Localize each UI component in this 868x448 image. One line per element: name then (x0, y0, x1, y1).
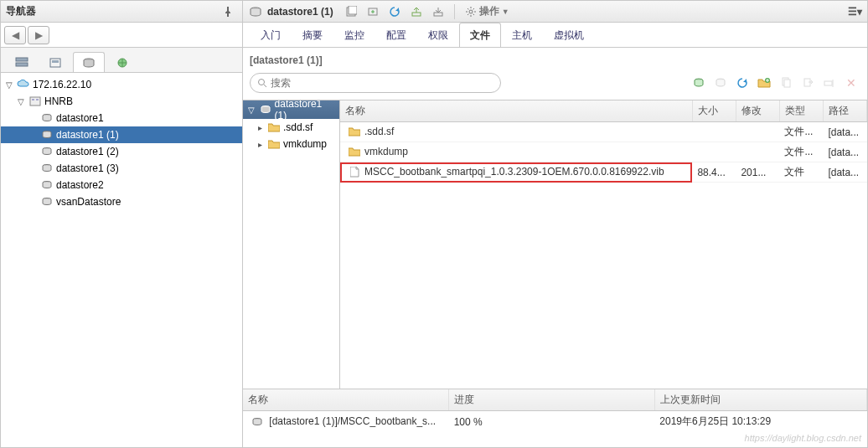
file-modified: 201... (736, 162, 779, 183)
new-window-icon[interactable] (342, 3, 360, 20)
folder-icon (267, 121, 281, 134)
svg-rect-29 (824, 81, 832, 85)
file-path: [data... (823, 162, 866, 183)
column-header[interactable]: 修改 (736, 100, 779, 122)
task-progress: 100 % (449, 411, 655, 433)
move-icon (798, 75, 817, 91)
tree-item-label: datastore1 (3) (56, 162, 119, 174)
column-header[interactable]: 路径 (823, 100, 866, 122)
tree-datastore-item[interactable]: datastore1 (3) (1, 160, 242, 177)
tree-datacenter-label: HNRB (44, 95, 73, 107)
navigator-header: 导航器 (1, 1, 242, 23)
expand-toggle-icon[interactable]: ▽ (4, 80, 14, 90)
svg-rect-27 (784, 80, 790, 87)
view-tab-vms[interactable] (39, 52, 71, 72)
file-browser: ▽ datastore1 (1) ▸.sdd.sf▸vmkdump 名称大小修改… (243, 100, 867, 389)
back-button[interactable]: ◀ (4, 26, 26, 44)
tree-item-label: datastore1 (1) (56, 129, 119, 141)
file-size (692, 122, 736, 142)
column-header[interactable]: 名称 (243, 389, 449, 411)
folder-tree-pane: ▽ datastore1 (1) ▸.sdd.sf▸vmkdump (243, 100, 340, 389)
search-box[interactable] (250, 73, 501, 93)
folder-icon (267, 137, 281, 151)
file-row[interactable]: .sdd.sf文件...[data... (340, 122, 867, 142)
view-tab-hosts[interactable] (6, 52, 38, 72)
task-row[interactable]: [datastore1 (1)]/MSCC_bootbank_s... 100 … (243, 411, 867, 433)
navigator-tree: ▽ 172.16.22.10 ▽ HNRB datastore1datastor… (1, 73, 242, 447)
folder-icon (348, 126, 361, 139)
search-toolbar-row: ✕ (243, 70, 867, 100)
copy-icon (777, 75, 795, 91)
content-tab[interactable]: 监控 (333, 23, 375, 47)
file-row[interactable]: MSCC_bootbank_smartpqi_1.0.3.2309-1OEM.6… (340, 162, 867, 183)
search-icon (257, 78, 267, 88)
actions-dropdown[interactable]: 操作 ▼ (462, 3, 513, 20)
tree-root[interactable]: ▽ 172.16.22.10 (1, 76, 242, 93)
folder-label: vmkdump (283, 138, 327, 150)
svg-rect-6 (30, 97, 40, 106)
folder-tree-item[interactable]: ▸vmkdump (243, 136, 339, 152)
svg-rect-7 (32, 99, 34, 100)
expand-toggle-icon[interactable]: ▸ (255, 123, 265, 132)
tree-datastore-item[interactable]: vsanDatastore (1, 193, 242, 210)
column-header[interactable]: 名称 (340, 100, 692, 122)
vcenter-icon (17, 78, 30, 91)
folder-icon (348, 146, 361, 159)
content-tab[interactable]: 入门 (250, 23, 292, 47)
datastore-icon (40, 128, 54, 142)
new-datastore-icon[interactable] (690, 75, 708, 91)
datastore-icon (40, 111, 54, 125)
folder-tree-item[interactable]: ▸.sdd.sf (243, 119, 339, 136)
content-tab[interactable]: 文件 (459, 23, 501, 47)
folder-tree-root[interactable]: ▽ datastore1 (1) (243, 100, 339, 119)
tree-datastore-item[interactable]: datastore1 (1) (1, 126, 242, 143)
forward-button[interactable]: ▶ (28, 26, 49, 44)
content-tab[interactable]: 配置 (375, 23, 417, 47)
tree-datastore-item[interactable]: datastore2 (1, 177, 242, 193)
expand-toggle-icon[interactable]: ▽ (246, 106, 256, 115)
content-tab[interactable]: 权限 (417, 23, 459, 47)
file-name: MSCC_bootbank_smartpqi_1.0.3.2309-1OEM.6… (364, 166, 664, 178)
tree-datacenter[interactable]: ▽ HNRB (1, 93, 242, 110)
tree-root-label: 172.16.22.10 (33, 79, 91, 90)
search-input[interactable] (271, 77, 493, 89)
svg-point-22 (259, 80, 265, 85)
task-name: [datastore1 (1)]/MSCC_bootbank_s... (269, 415, 436, 427)
content-tab[interactable]: 主机 (501, 23, 543, 47)
watermark: https://daylight.blog.csdn.net (745, 433, 861, 443)
expand-toggle-icon[interactable]: ▸ (255, 140, 265, 149)
nav-back-forward-bar: ◀ ▶ (1, 23, 242, 48)
view-tab-network[interactable] (106, 52, 138, 72)
content-tab[interactable]: 虚拟机 (543, 23, 595, 47)
upload-icon[interactable] (407, 3, 426, 20)
refresh-files-icon[interactable] (733, 75, 752, 91)
tree-item-label: datastore1 (2) (56, 146, 119, 157)
panel-menu-icon[interactable]: ☰▾ (845, 3, 864, 20)
svg-rect-0 (16, 58, 28, 61)
file-toolbar: ✕ (690, 75, 860, 91)
file-table: 名称大小修改类型路径 .sdd.sf文件...[data...vmkdump文件… (340, 100, 867, 389)
download-icon[interactable] (429, 3, 447, 20)
file-row[interactable]: vmkdump文件...[data... (340, 142, 867, 162)
content-tab[interactable]: 摘要 (292, 23, 333, 47)
column-header[interactable]: 上次更新时间 (654, 389, 866, 411)
tree-item-label: datastore1 (56, 112, 104, 124)
tree-datastore-item[interactable]: datastore1 (1, 110, 242, 126)
view-tab-storage[interactable] (73, 52, 105, 72)
datastore-icon (259, 103, 272, 116)
refresh-icon[interactable] (385, 3, 404, 20)
register-vm-icon[interactable] (364, 3, 382, 20)
tree-item-label: datastore2 (56, 179, 104, 191)
expand-toggle-icon[interactable]: ▽ (16, 97, 26, 106)
column-header[interactable]: 进度 (449, 389, 655, 411)
new-folder-icon[interactable] (755, 75, 773, 91)
tree-datastore-item[interactable]: datastore1 (2) (1, 143, 242, 160)
folder-label: .sdd.sf (283, 121, 313, 133)
datastore-icon (40, 162, 54, 175)
column-header[interactable]: 类型 (779, 100, 823, 122)
datastore-icon (40, 178, 54, 192)
nav-view-tabs (1, 48, 242, 73)
delete-icon: ✕ (842, 75, 860, 91)
column-header[interactable]: 大小 (692, 100, 736, 122)
pin-icon[interactable] (219, 3, 237, 20)
